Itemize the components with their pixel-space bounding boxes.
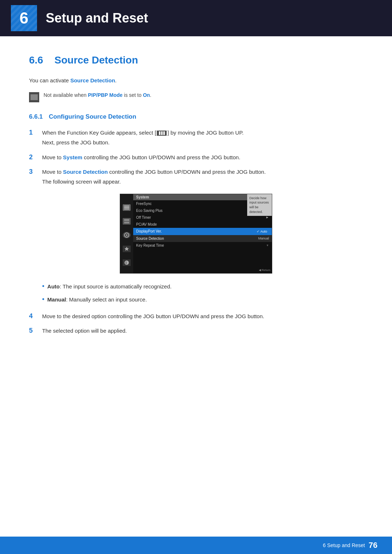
footer-section-text: 6 Setup and Reset	[323, 542, 365, 548]
step-3-line2: The following screen will appear.	[42, 177, 363, 186]
page-footer: 6 Setup and Reset 76	[0, 537, 392, 554]
note-text: Not available when PIP/PBP Mode is set t…	[44, 91, 151, 99]
svg-text:i: i	[126, 261, 127, 265]
step-4-content: Move to the desired option controlling t…	[42, 312, 363, 321]
main-content: 6.6 Source Detection You can activate So…	[0, 36, 392, 378]
svg-point-7	[124, 260, 129, 265]
svg-rect-3	[124, 219, 129, 221]
bullet-dot-1: •	[42, 282, 44, 292]
step-1-line2: Next, press the JOG button.	[42, 138, 363, 147]
step-2-before: Move to	[42, 154, 63, 160]
chapter-number-box: 6	[11, 5, 37, 31]
menu-item-pcav: PC/AV Mode	[133, 221, 272, 228]
menu-icon-1	[123, 204, 131, 211]
step-5-number: 5	[29, 327, 42, 335]
step-2-highlight: System	[63, 154, 82, 160]
menu-item-keyrepeat: Key Repeat Time ▼	[133, 242, 272, 249]
step-5: 5 The selected option will be applied.	[29, 327, 363, 336]
footer-page-number: 76	[369, 541, 377, 550]
bullet-auto-text: Auto: The input source is automatically …	[47, 282, 171, 291]
svg-rect-0	[124, 206, 129, 206]
menu-left-icons: i	[120, 194, 133, 273]
step-4: 4 Move to the desired option controlling…	[29, 312, 363, 321]
svg-rect-1	[124, 207, 129, 208]
svg-rect-4	[124, 222, 129, 223]
step-2: 2 Move to System controlling the JOG but…	[29, 153, 363, 162]
menu-icon-4	[123, 246, 131, 252]
bullet-item-manual: • Manual: Manually select an input sourc…	[42, 295, 363, 305]
bullet-dot-2: •	[42, 295, 44, 305]
bullet-manual-term: Manual	[47, 296, 66, 303]
step-3-after: controlling the JOG button UP/DOWN and p…	[108, 169, 266, 175]
step-5-text: The selected option will be applied.	[42, 328, 127, 334]
bullet-auto-desc: The input source is automatically recogn…	[63, 283, 172, 290]
svg-point-6	[126, 234, 127, 236]
note-middle: is set to	[123, 92, 143, 98]
page-header: 6 Setup and Reset	[0, 0, 392, 36]
note-end: .	[150, 92, 151, 98]
chapter-title: Setup and Reset	[46, 11, 148, 26]
step-3: 3 Move to Source Detection controlling t…	[29, 168, 363, 186]
note-highlight2: On	[143, 92, 150, 98]
step-2-after: controlling the JOG button UP/DOWN and p…	[82, 154, 240, 160]
step-2-number: 2	[29, 153, 42, 161]
bullet-auto-colon: :	[60, 283, 62, 290]
section-heading: 6.6 Source Detection	[29, 54, 363, 66]
bullet-list: • Auto: The input source is automaticall…	[42, 282, 363, 305]
menu-icon-3	[123, 232, 131, 238]
screenshot-container: i System FreeSync Off Eco Saving Plus Of…	[29, 194, 363, 274]
step-1-text: When the Function Key Guide appears, sel…	[42, 130, 244, 136]
steps-container: 1 When the Function Key Guide appears, s…	[29, 128, 363, 186]
note-before: Not available when	[44, 92, 88, 98]
step-3-content: Move to Source Detection controlling the…	[42, 168, 363, 186]
bullet-item-auto: • Auto: The input source is automaticall…	[42, 282, 363, 292]
note-icon-image	[30, 94, 38, 100]
step-4-text: Move to the desired option controlling t…	[42, 313, 264, 319]
intro-highlight: Source Detection	[70, 77, 115, 83]
step-1-content: When the Function Key Guide appears, sel…	[42, 128, 363, 147]
subsection-heading: 6.6.1 Configuring Source Detection	[29, 113, 363, 120]
step-3-number: 3	[29, 168, 42, 176]
menu-item-sourcedetection: Source Detection Manual	[133, 235, 272, 242]
bullet-manual-desc: Manually select an input source.	[69, 296, 147, 303]
section-number: 6.6	[29, 54, 47, 66]
step-3-highlight: Source Detection	[63, 169, 108, 175]
intro-before: You can activate	[29, 77, 70, 83]
step-1-number: 1	[29, 128, 42, 136]
section-title: Source Detection	[54, 54, 138, 66]
step-1: 1 When the Function Key Guide appears, s…	[29, 128, 363, 147]
menu-icon-2	[123, 218, 131, 225]
menu-icon-5: i	[123, 259, 131, 266]
bullet-auto-term: Auto	[47, 283, 60, 290]
note-box: Not available when PIP/PBP Mode is set t…	[29, 91, 363, 102]
return-label: ◀ Return	[259, 268, 270, 272]
step-5-content: The selected option will be applied.	[42, 327, 363, 336]
step-3-before: Move to	[42, 169, 63, 175]
menu-screenshot: i System FreeSync Off Eco Saving Plus Of…	[120, 194, 272, 274]
subsection-title: Configuring Source Detection	[49, 113, 136, 120]
jog-icon	[157, 131, 167, 136]
intro-after: .	[115, 77, 117, 83]
menu-item-displayport: DisplayPort Ver. ✓ Auto	[133, 228, 272, 235]
subsection-number: 6.6.1	[29, 113, 43, 120]
chapter-number: 6	[20, 9, 28, 27]
step-4-number: 4	[29, 312, 42, 320]
svg-rect-2	[124, 209, 129, 209]
intro-paragraph: You can activate Source Detection.	[29, 76, 363, 85]
note-icon	[29, 92, 39, 102]
note-highlight1: PIP/PBP Mode	[88, 92, 122, 98]
bullet-manual-text: Manual: Manually select an input source.	[47, 295, 147, 304]
step-2-content: Move to System controlling the JOG butto…	[42, 153, 363, 162]
menu-tooltip: Decide how input sources will be detecte…	[247, 194, 272, 216]
